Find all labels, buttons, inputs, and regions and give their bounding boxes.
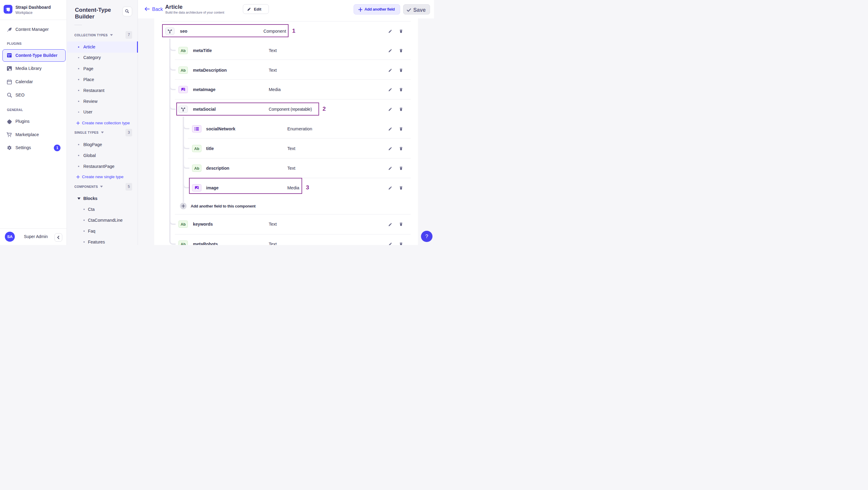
svg-text:Ab: Ab <box>194 147 199 151</box>
svg-text:Ab: Ab <box>194 166 199 171</box>
svg-text:Ab: Ab <box>181 242 186 245</box>
svg-text:Ab: Ab <box>181 222 186 226</box>
svg-text:Ab: Ab <box>181 49 186 53</box>
svg-text:Ab: Ab <box>181 68 186 72</box>
